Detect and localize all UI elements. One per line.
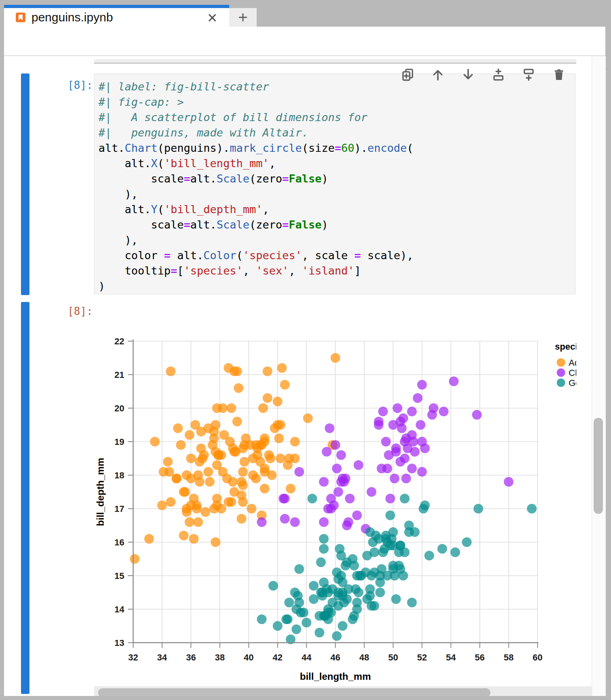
point-chinstrap — [413, 393, 423, 403]
point-adelie — [238, 480, 248, 490]
duplicate-cell-button[interactable] — [400, 67, 415, 82]
svg-text:14: 14 — [115, 604, 125, 614]
point-gentoo — [462, 537, 472, 547]
legend-symbol — [557, 369, 565, 377]
vertical-scrollbar-thumb[interactable] — [594, 418, 603, 514]
point-adelie — [263, 393, 272, 403]
point-adelie — [286, 484, 295, 493]
point-gentoo — [336, 571, 346, 581]
point-adelie — [173, 423, 183, 433]
point-gentoo — [333, 601, 343, 611]
point-gentoo — [473, 504, 483, 513]
point-adelie — [211, 537, 220, 547]
insert-above-button[interactable] — [491, 67, 506, 82]
point-adelie — [212, 494, 222, 503]
jupyterlab-window: penguins.ipynb Code Python 3 (ipykernel)… — [0, 0, 611, 700]
point-adelie — [277, 363, 287, 373]
point-chinstrap — [319, 477, 329, 487]
point-chinstrap — [342, 521, 352, 530]
point-adelie — [273, 396, 282, 406]
point-chinstrap — [333, 487, 343, 497]
point-chinstrap — [417, 467, 427, 477]
point-adelie — [176, 440, 186, 450]
point-adelie — [331, 353, 340, 363]
point-adelie — [186, 454, 196, 463]
point-adelie — [172, 474, 181, 483]
close-tab-icon — [206, 11, 219, 24]
insert-below-icon — [521, 67, 536, 82]
point-chinstrap — [326, 504, 336, 513]
move-up-button[interactable] — [431, 67, 445, 82]
svg-text:44: 44 — [301, 652, 312, 662]
svg-text:48: 48 — [359, 652, 369, 662]
svg-text:52: 52 — [417, 652, 427, 662]
point-gentoo — [315, 628, 324, 637]
input-prompt: [8]: — [36, 79, 93, 91]
point-adelie — [179, 530, 188, 540]
point-gentoo — [394, 547, 404, 557]
delete-cell-button[interactable] — [552, 67, 566, 82]
input-collapser[interactable] — [21, 73, 29, 295]
code-editor[interactable]: #| label: fig-bill-scatter#| fig-cap: >#… — [94, 73, 575, 294]
point-adelie — [222, 474, 232, 483]
point-chinstrap — [367, 487, 377, 497]
legend-symbol — [557, 358, 565, 367]
svg-text:36: 36 — [186, 652, 196, 662]
vertical-scrollbar[interactable] — [592, 56, 606, 696]
code-line: ), — [98, 233, 575, 248]
svg-text:16: 16 — [115, 537, 124, 547]
point-gentoo — [319, 578, 329, 587]
point-adelie — [276, 420, 285, 430]
point-gentoo — [375, 571, 385, 581]
output-collapser[interactable] — [21, 302, 29, 694]
point-adelie — [203, 467, 213, 477]
close-tab-icon[interactable] — [206, 11, 219, 24]
point-gentoo — [371, 530, 381, 540]
point-gentoo — [395, 564, 405, 574]
point-adelie — [251, 474, 261, 483]
move-down-button[interactable] — [461, 67, 475, 82]
point-adelie — [201, 507, 210, 517]
point-gentoo — [420, 501, 430, 510]
point-gentoo — [407, 597, 417, 607]
code-line: scale=alt.Scale(zero=False) — [98, 171, 575, 187]
point-chinstrap — [407, 463, 417, 473]
svg-text:20: 20 — [115, 403, 124, 413]
point-adelie — [218, 403, 228, 413]
point-gentoo — [385, 511, 395, 520]
point-adelie — [189, 534, 199, 544]
point-gentoo — [316, 557, 326, 567]
svg-text:42: 42 — [273, 652, 282, 662]
point-gentoo — [348, 614, 358, 624]
point-gentoo — [308, 494, 317, 503]
scatter-chart-output: 3234363840424446485052545658601314151617… — [94, 302, 576, 690]
svg-text:58: 58 — [504, 652, 513, 662]
tab-penguins-ipynb[interactable]: penguins.ipynb — [4, 8, 229, 27]
point-gentoo — [291, 604, 301, 614]
point-chinstrap — [504, 477, 513, 487]
svg-text:34: 34 — [157, 652, 167, 662]
point-gentoo — [333, 591, 343, 601]
point-chinstrap — [295, 467, 304, 477]
code-line: ) — [98, 279, 575, 294]
point-adelie — [263, 367, 272, 376]
point-adelie — [198, 454, 207, 463]
point-adelie — [240, 440, 249, 450]
insert-below-button[interactable] — [521, 67, 536, 82]
point-adelie — [186, 501, 196, 510]
new-tab-button[interactable] — [229, 8, 257, 27]
point-gentoo — [293, 591, 303, 601]
point-chinstrap — [345, 494, 355, 503]
notebook-icon — [15, 11, 27, 23]
code-line: alt.Y('bill_depth_mm', — [98, 202, 575, 217]
point-gentoo — [323, 588, 333, 597]
point-chinstrap — [391, 447, 401, 457]
svg-text:38: 38 — [215, 652, 224, 662]
svg-text:56: 56 — [475, 652, 485, 662]
horizontal-scrollbar-thumb[interactable] — [98, 688, 490, 696]
point-gentoo — [343, 584, 353, 594]
point-adelie — [258, 403, 268, 413]
plus-icon — [237, 11, 249, 23]
point-chinstrap — [390, 474, 400, 483]
point-gentoo — [342, 594, 352, 604]
